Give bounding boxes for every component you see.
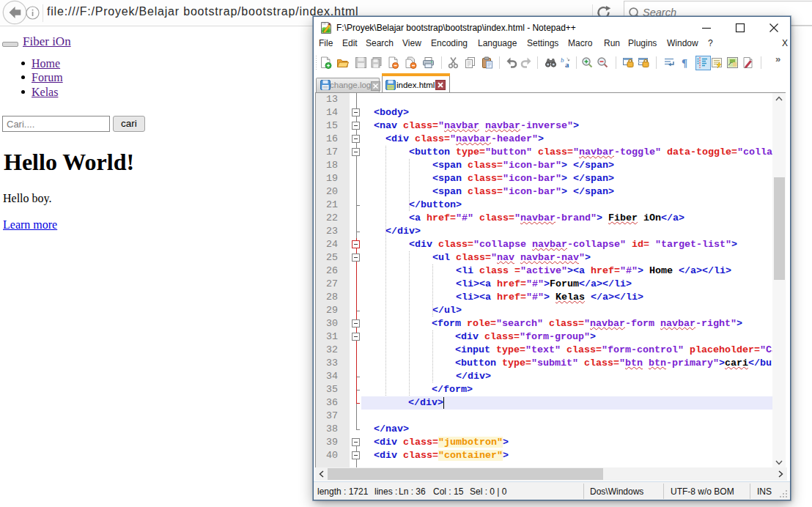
svg-text:¶: ¶ — [682, 57, 687, 69]
svg-text:b: b — [561, 56, 564, 64]
svg-text:a: a — [565, 60, 569, 69]
